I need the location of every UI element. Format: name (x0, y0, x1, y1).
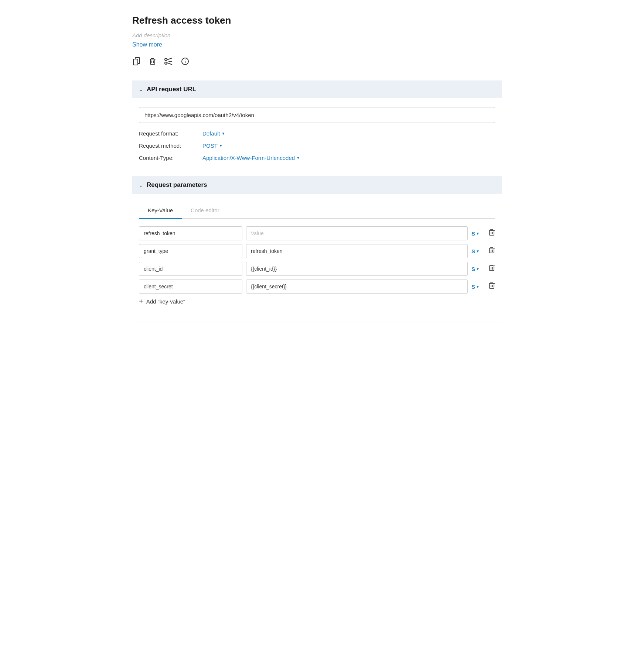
svg-line-7 (167, 58, 172, 60)
param-type-selector[interactable]: S ▼ (471, 230, 485, 237)
request-params-section-body: Key-Value Code editor S ▼ (132, 194, 502, 322)
svg-point-6 (165, 62, 167, 64)
api-url-input[interactable] (139, 107, 495, 123)
page-title: Refresh access token (132, 15, 502, 26)
param-type-arrow: ▼ (476, 249, 480, 253)
add-key-value-label: Add "key-value" (146, 298, 185, 305)
params-table: S ▼ (139, 219, 495, 313)
request-params-section: ⌄ Request parameters Key-Value Code edit… (132, 176, 502, 322)
add-key-value-button[interactable]: + Add "key-value" (139, 297, 495, 306)
table-row: S ▼ (139, 280, 495, 294)
info-icon[interactable] (181, 57, 189, 65)
param-type-label: S (471, 284, 475, 290)
table-row: S ▼ (139, 226, 495, 240)
param-key-input[interactable] (139, 226, 242, 240)
table-row: S ▼ (139, 262, 495, 276)
param-value-input[interactable] (246, 262, 468, 276)
svg-point-12 (185, 60, 185, 60)
param-value-input[interactable] (246, 226, 468, 240)
params-tabs: Key-Value Code editor (139, 203, 495, 219)
request-format-dropdown[interactable]: Default ▼ (202, 130, 225, 137)
param-type-arrow: ▼ (476, 285, 480, 289)
request-format-arrow: ▼ (222, 131, 225, 136)
svg-rect-22 (490, 284, 494, 288)
request-params-section-title: Request parameters (147, 181, 207, 189)
param-delete-button[interactable] (488, 247, 495, 256)
request-method-label: Request method: (139, 143, 198, 149)
request-params-section-header: ⌄ Request parameters (132, 176, 502, 194)
param-delete-button[interactable] (488, 264, 495, 274)
request-params-chevron[interactable]: ⌄ (139, 182, 143, 188)
param-type-arrow: ▼ (476, 267, 480, 271)
request-format-value: Default (202, 130, 220, 137)
description-input[interactable]: Add description (132, 32, 502, 38)
svg-line-8 (167, 63, 172, 65)
api-url-section-header: ⌄ API request URL (132, 80, 502, 98)
toolbar (132, 57, 502, 72)
api-url-section-title: API request URL (147, 86, 196, 93)
content-type-arrow: ▼ (296, 156, 300, 160)
api-url-chevron[interactable]: ⌄ (139, 87, 143, 92)
param-value-input[interactable] (246, 280, 468, 294)
request-method-row: Request method: POST ▼ (139, 143, 495, 149)
param-type-selector[interactable]: S ▼ (471, 284, 485, 290)
svg-rect-19 (490, 266, 494, 271)
content-type-row: Content-Type: Application/X-Www-Form-Url… (139, 155, 495, 161)
api-url-section-body: Request format: Default ▼ Request method… (132, 98, 502, 176)
param-value-input[interactable] (246, 244, 468, 258)
param-type-label: S (471, 248, 475, 254)
tab-key-value[interactable]: Key-Value (139, 203, 182, 219)
table-row: S ▼ (139, 244, 495, 258)
content-type-dropdown[interactable]: Application/X-Www-Form-Urlencoded ▼ (202, 155, 300, 161)
param-type-arrow: ▼ (476, 232, 480, 236)
copy-icon[interactable] (132, 57, 141, 66)
svg-rect-13 (490, 230, 494, 235)
request-method-dropdown[interactable]: POST ▼ (202, 143, 223, 149)
request-method-arrow: ▼ (219, 144, 223, 148)
param-type-selector[interactable]: S ▼ (471, 248, 485, 254)
svg-rect-2 (150, 59, 155, 64)
param-key-input[interactable] (139, 280, 242, 294)
request-method-value: POST (202, 143, 218, 149)
tab-code-editor[interactable]: Code editor (182, 203, 228, 219)
param-key-input[interactable] (139, 244, 242, 258)
param-type-label: S (471, 266, 475, 272)
param-delete-button[interactable] (488, 229, 495, 238)
show-more-link[interactable]: Show more (132, 41, 162, 48)
add-icon: + (139, 297, 143, 306)
svg-point-5 (165, 58, 167, 61)
param-type-label: S (471, 230, 475, 237)
content-type-value: Application/X-Www-Form-Urlencoded (202, 155, 295, 161)
request-format-label: Request format: (139, 130, 198, 137)
param-delete-button[interactable] (488, 282, 495, 291)
content-type-label: Content-Type: (139, 155, 198, 161)
svg-rect-16 (490, 248, 494, 253)
svg-rect-1 (133, 59, 138, 65)
param-key-input[interactable] (139, 262, 242, 276)
request-format-row: Request format: Default ▼ (139, 130, 495, 137)
delete-icon[interactable] (149, 57, 157, 66)
scissors-icon[interactable] (164, 57, 174, 65)
param-type-selector[interactable]: S ▼ (471, 266, 485, 272)
